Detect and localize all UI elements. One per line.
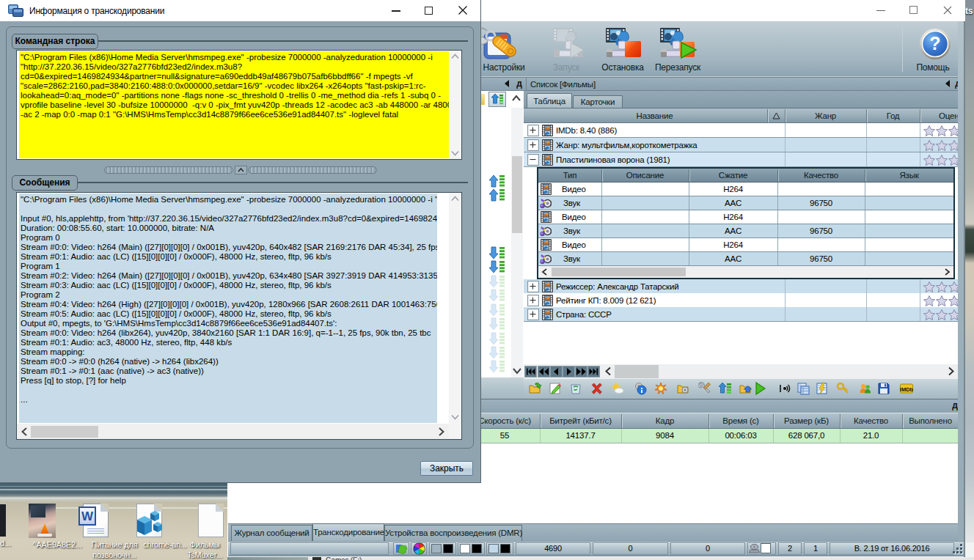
svg-text:IMDb: IMDb [900, 386, 913, 393]
svg-text:?: ? [929, 33, 940, 54]
